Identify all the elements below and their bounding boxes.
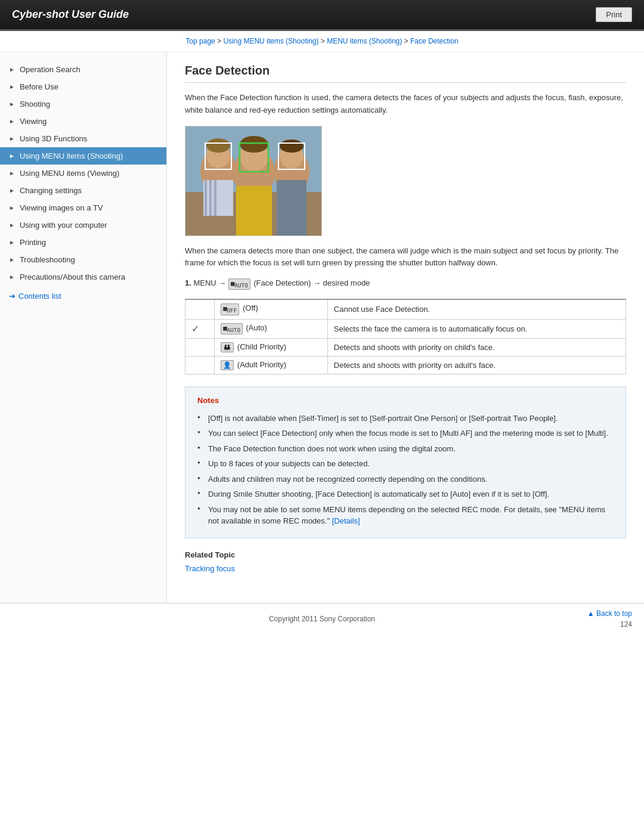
sidebar-label: Using MENU items (Shooting) bbox=[20, 151, 123, 160]
contents-list-label: Contents list bbox=[18, 292, 61, 301]
details-link[interactable]: [Details] bbox=[332, 516, 360, 525]
sidebar-item-using-computer[interactable]: ► Using with your computer bbox=[0, 216, 166, 234]
sidebar-item-printing[interactable]: ► Printing bbox=[0, 234, 166, 251]
description-paragraph: When the camera detects more than one su… bbox=[185, 245, 626, 270]
app-title: Cyber-shot User Guide bbox=[12, 8, 129, 21]
header: Cyber-shot User Guide Print bbox=[0, 0, 644, 31]
sidebar-label: Using with your computer bbox=[20, 221, 107, 230]
breadcrumb: Top page > Using MENU items (Shooting) >… bbox=[0, 31, 644, 52]
svg-point-11 bbox=[240, 136, 268, 153]
main-layout: ► Operation Search ► Before Use ► Shooti… bbox=[0, 52, 644, 603]
sidebar-label: Printing bbox=[20, 238, 46, 247]
arrow-icon: ► bbox=[9, 170, 15, 176]
svg-point-16 bbox=[280, 140, 304, 153]
sidebar-label: Operation Search bbox=[20, 65, 80, 74]
list-item: You can select [Face Detection] only whe… bbox=[197, 426, 614, 441]
sidebar-label: Using 3D Functions bbox=[20, 134, 87, 143]
list-item: Up to 8 faces of your subjects can be de… bbox=[197, 456, 614, 472]
list-item: Adults and children may not be recognize… bbox=[197, 472, 614, 487]
sidebar-item-troubleshooting[interactable]: ► Troubleshooting bbox=[0, 251, 166, 268]
main-content: Face Detection When the Face Detection f… bbox=[167, 52, 644, 603]
notes-title: Notes bbox=[197, 396, 614, 405]
svg-rect-6 bbox=[205, 180, 207, 216]
arrow-icon: ► bbox=[9, 66, 15, 73]
table-icon-off: ■OFF (Off) bbox=[215, 299, 328, 319]
table-row: ✓ ■AUTO (Auto) Selects the face the came… bbox=[185, 319, 626, 338]
table-desc-adult: Detects and shoots with priority on adul… bbox=[327, 356, 626, 374]
table-icon-auto: ■AUTO (Auto) bbox=[215, 319, 328, 338]
arrow-icon: ► bbox=[9, 101, 15, 107]
arrow-icon: ► bbox=[9, 239, 15, 246]
tracking-focus-link[interactable]: Tracking focus bbox=[185, 564, 235, 573]
sidebar-item-viewing-tv[interactable]: ► Viewing images on a TV bbox=[0, 199, 166, 216]
sidebar-item-precautions[interactable]: ► Precautions/About this camera bbox=[0, 268, 166, 286]
sidebar-item-menu-shooting[interactable]: ► Using MENU items (Shooting) bbox=[0, 147, 166, 165]
table-desc-off: Cannot use Face Detection. bbox=[327, 299, 626, 319]
breadcrumb-sep2: > bbox=[321, 37, 327, 45]
breadcrumb-face-detection[interactable]: Face Detection bbox=[410, 37, 459, 45]
arrow-icon: ► bbox=[9, 205, 15, 211]
checkmark-icon: ✓ bbox=[191, 324, 199, 334]
table-icon-adult: 👤 (Adult Priority) bbox=[215, 356, 328, 374]
breadcrumb-sep1: > bbox=[217, 37, 223, 45]
page-number: 124 bbox=[620, 620, 632, 628]
breadcrumb-sep3: > bbox=[404, 37, 410, 45]
sidebar-label: Using MENU items (Viewing) bbox=[20, 169, 119, 178]
table-row: 👤 (Adult Priority) Detects and shoots wi… bbox=[185, 356, 626, 374]
svg-point-4 bbox=[206, 138, 230, 153]
related-topic-section: Related Topic Tracking focus bbox=[185, 550, 626, 573]
copyright-text: Copyright 2011 Sony Corporation bbox=[83, 615, 561, 623]
sidebar-label: Shooting bbox=[20, 100, 50, 109]
svg-rect-12 bbox=[236, 186, 272, 236]
svg-rect-5 bbox=[203, 180, 233, 216]
notes-section: Notes [Off] is not available when [Self-… bbox=[185, 386, 626, 538]
print-button[interactable]: Print bbox=[596, 7, 632, 22]
table-desc-child: Detects and shoots with priority on chil… bbox=[327, 338, 626, 356]
breadcrumb-top[interactable]: Top page bbox=[185, 37, 215, 45]
table-cell-check bbox=[185, 356, 215, 374]
list-item: [Off] is not available when [Self-Timer]… bbox=[197, 411, 614, 426]
intro-paragraph: When the Face Detection function is used… bbox=[185, 92, 626, 117]
face-detection-icon: ■AUTO bbox=[228, 278, 250, 290]
mode-table: ■OFF (Off) Cannot use Face Detection. ✓ … bbox=[185, 299, 626, 374]
sidebar-label: Viewing images on a TV bbox=[20, 203, 103, 212]
sidebar-item-3d[interactable]: ► Using 3D Functions bbox=[0, 130, 166, 147]
contents-list-link[interactable]: ➔ Contents list bbox=[0, 286, 166, 306]
related-topic-title: Related Topic bbox=[185, 550, 626, 559]
arrow-icon: ► bbox=[9, 83, 15, 90]
arrow-icon: ► bbox=[9, 274, 15, 280]
sidebar-item-changing-settings[interactable]: ► Changing settings bbox=[0, 182, 166, 199]
sidebar-label: Precautions/About this camera bbox=[20, 272, 125, 281]
breadcrumb-menu-items[interactable]: MENU items (Shooting) bbox=[327, 37, 402, 45]
table-desc-auto: Selects the face the camera is to automa… bbox=[327, 319, 626, 338]
sidebar-label: Changing settings bbox=[20, 186, 82, 195]
sidebar-item-viewing[interactable]: ► Viewing bbox=[0, 113, 166, 130]
back-to-top-link[interactable]: ▲ Back to top bbox=[587, 609, 632, 618]
list-item: The Face Detection function does not wor… bbox=[197, 441, 614, 457]
step-number: 1. bbox=[185, 278, 191, 287]
sidebar: ► Operation Search ► Before Use ► Shooti… bbox=[0, 52, 167, 603]
arrow-icon: ► bbox=[9, 153, 15, 159]
sidebar-item-shooting[interactable]: ► Shooting bbox=[0, 95, 166, 113]
sidebar-item-before-use[interactable]: ► Before Use bbox=[0, 78, 166, 95]
table-cell-check bbox=[185, 299, 215, 319]
arrow-icon: ► bbox=[9, 187, 15, 194]
sidebar-label: Troubleshooting bbox=[20, 255, 75, 264]
face-detection-image bbox=[185, 126, 322, 236]
footer: Copyright 2011 Sony Corporation ▲ Back t… bbox=[0, 603, 644, 634]
arrow-icon: ► bbox=[9, 135, 15, 142]
page-title: Face Detection bbox=[185, 64, 626, 83]
table-cell-check bbox=[185, 338, 215, 356]
breadcrumb-menu-shooting[interactable]: Using MENU items (Shooting) bbox=[223, 37, 318, 45]
svg-rect-7 bbox=[209, 180, 212, 216]
notes-list: [Off] is not available when [Self-Timer]… bbox=[197, 411, 614, 529]
svg-rect-17 bbox=[277, 180, 306, 236]
list-item: During Smile Shutter shooting, [Face Det… bbox=[197, 487, 614, 502]
svg-rect-8 bbox=[214, 180, 216, 216]
sidebar-item-operation-search[interactable]: ► Operation Search bbox=[0, 61, 166, 78]
arrow-icon: ► bbox=[9, 256, 15, 263]
sidebar-label: Viewing bbox=[20, 117, 47, 126]
table-row: 👪 (Child Priority) Detects and shoots wi… bbox=[185, 338, 626, 356]
sidebar-item-menu-viewing[interactable]: ► Using MENU items (Viewing) bbox=[0, 165, 166, 182]
arrow-icon: ► bbox=[9, 118, 15, 125]
